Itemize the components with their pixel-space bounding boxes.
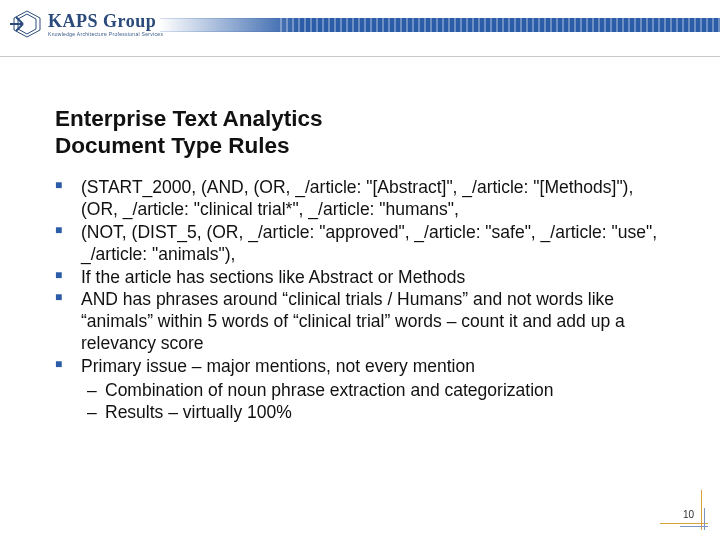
bullet-item: AND has phrases around “clinical trials … — [55, 289, 670, 355]
logo-text: KAPS Group Knowledge Architecture Profes… — [48, 12, 163, 37]
title-line-1: Enterprise Text Analytics — [55, 106, 323, 131]
bullet-text: (START_2000, (AND, (OR, _/article: "[Abs… — [81, 177, 633, 219]
sub-list: Combination of noun phrase extraction an… — [81, 380, 670, 424]
title-line-2: Document Type Rules — [55, 133, 290, 158]
bullet-list: (START_2000, (AND, (OR, _/article: "[Abs… — [55, 177, 670, 424]
bullet-text: AND has phrases around “clinical trials … — [81, 289, 625, 353]
sub-text: Results – virtually 100% — [105, 402, 292, 422]
content: Enterprise Text Analytics Document Type … — [55, 105, 670, 425]
sub-item: Results – virtually 100% — [81, 402, 670, 424]
bullet-text: (NOT, (DIST_5, (OR, _/article: "approved… — [81, 222, 657, 264]
logo-sub: Knowledge Architecture Professional Serv… — [48, 32, 163, 37]
bullet-item: If the article has sections like Abstrac… — [55, 267, 670, 289]
logo: KAPS Group Knowledge Architecture Profes… — [10, 8, 163, 40]
bullet-text: If the article has sections like Abstrac… — [81, 267, 465, 287]
sub-text: Combination of noun phrase extraction an… — [105, 380, 553, 400]
bullet-text: Primary issue – major mentions, not ever… — [81, 356, 475, 376]
logo-main: KAPS Group — [48, 12, 163, 30]
bullet-item: (NOT, (DIST_5, (OR, _/article: "approved… — [55, 222, 670, 266]
header: KAPS Group Knowledge Architecture Profes… — [0, 0, 720, 70]
bullet-item: (START_2000, (AND, (OR, _/article: "[Abs… — [55, 177, 670, 221]
page-number: 10 — [683, 509, 694, 520]
slide-title: Enterprise Text Analytics Document Type … — [55, 105, 670, 159]
slide: KAPS Group Knowledge Architecture Profes… — [0, 0, 720, 540]
header-divider — [0, 56, 720, 57]
sub-item: Combination of noun phrase extraction an… — [81, 380, 670, 402]
bullet-item: Primary issue – major mentions, not ever… — [55, 356, 670, 424]
header-band-stripes — [280, 18, 720, 32]
kaps-logo-icon — [10, 8, 44, 40]
